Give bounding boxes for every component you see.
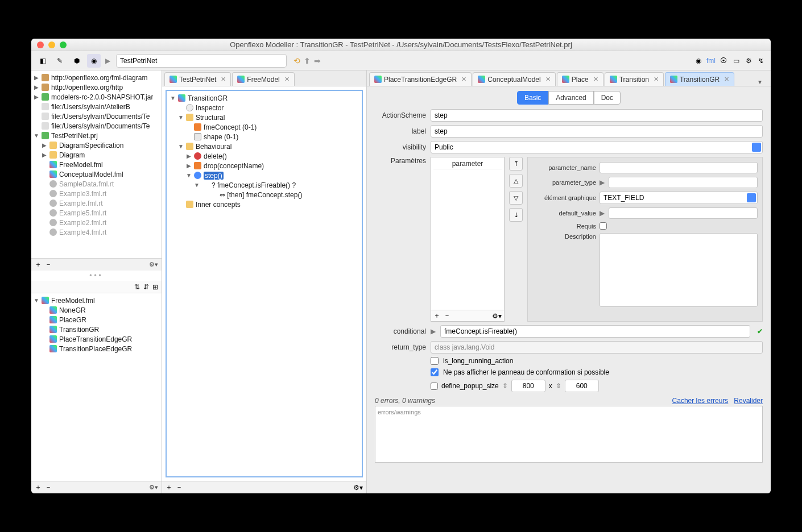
- param-add-icon[interactable]: ＋: [433, 311, 440, 321]
- action-scheme-input[interactable]: [431, 109, 763, 122]
- nav-back-icon[interactable]: ⟲: [293, 56, 300, 65]
- expand-type-icon[interactable]: ▶: [600, 178, 605, 186]
- add-icon[interactable]: ＋: [35, 483, 42, 492]
- editor-tab[interactable]: FreeModel✕: [232, 72, 294, 86]
- tree-row[interactable]: ConceptualModel.fml: [32, 169, 160, 179]
- tab-basic[interactable]: Basic: [517, 91, 548, 105]
- editor-tab[interactable]: TestPetriNet✕: [164, 72, 231, 86]
- tree-row[interactable]: fmeConcept (0-1): [169, 122, 359, 132]
- param-widget-select[interactable]: TEXT_FIELD: [600, 192, 758, 204]
- disclosure-icon[interactable]: ▼: [34, 297, 39, 304]
- remove-icon[interactable]: －: [45, 260, 52, 269]
- tree-row[interactable]: ▶http://openflexo.org/fml-diagram: [32, 73, 160, 82]
- tree-row[interactable]: ▶delete(): [169, 151, 359, 161]
- perspective-icon-2[interactable]: fml: [706, 56, 716, 66]
- move-up-icon[interactable]: △: [509, 174, 523, 188]
- tree-row[interactable]: FreeModel.fml: [32, 160, 160, 169]
- tree-row[interactable]: ▼? fmeConcept.isFireable() ?: [169, 180, 359, 190]
- tree-row[interactable]: file:/Users/sylvain/AtelierB: [32, 102, 160, 111]
- stepper-icon[interactable]: ⇕: [502, 382, 508, 390]
- concept-outline[interactable]: ▼TransitionGRInspector▼StructuralfmeConc…: [166, 90, 363, 477]
- tree-row[interactable]: ▶drop(conceptName): [169, 161, 359, 171]
- tree-row[interactable]: ▼Structural: [169, 113, 359, 122]
- close-tab-icon[interactable]: ✕: [221, 76, 226, 83]
- nav-forward-icon[interactable]: ➡: [314, 56, 321, 65]
- toolbar-icon-4[interactable]: ◉: [87, 54, 101, 68]
- add-icon[interactable]: ＋: [35, 260, 42, 269]
- tree-row[interactable]: file:/Users/sylvain/Documents/Te: [32, 111, 160, 121]
- tree-row[interactable]: file:/Users/sylvain/Documents/Te: [32, 121, 160, 131]
- disclosure-icon[interactable]: ▶: [42, 142, 47, 148]
- disclosure-icon[interactable]: ▼: [178, 143, 184, 149]
- close-tab-icon[interactable]: ✕: [724, 76, 729, 83]
- tree-row[interactable]: ▼FreeModel.fml: [32, 296, 160, 305]
- param-remove-icon[interactable]: －: [444, 311, 450, 321]
- tree-row[interactable]: ⇔ [then] fmeConcept.step(): [169, 190, 359, 200]
- hide-errors-link[interactable]: Cacher les erreurs: [672, 397, 729, 405]
- gear-icon[interactable]: ⚙▾: [149, 261, 158, 268]
- hierarchy-icon-1[interactable]: ⇅: [134, 283, 140, 291]
- close-tab-icon[interactable]: ✕: [593, 76, 598, 83]
- tree-row[interactable]: TransitionPlaceEdgeGR: [32, 344, 160, 354]
- disclosure-icon[interactable]: ▶: [34, 84, 39, 90]
- tab-advanced[interactable]: Advanced: [548, 91, 593, 105]
- perspective-icon-5[interactable]: ⚙: [743, 56, 754, 66]
- conditional-input[interactable]: [440, 325, 750, 338]
- revalidate-link[interactable]: Revalider: [734, 397, 763, 405]
- tree-row[interactable]: shape (0-1): [169, 132, 359, 142]
- param-name-input[interactable]: [600, 162, 758, 173]
- tree-row[interactable]: ▶modelers-rc-2.0.0-SNAPSHOT.jar: [32, 92, 160, 102]
- gear-icon[interactable]: ⚙▾: [492, 312, 502, 320]
- toolbar-icon-3[interactable]: ⬢: [70, 54, 84, 68]
- editor-tab[interactable]: TransitionGR✕: [665, 72, 734, 86]
- tree-row[interactable]: Example3.fml.rt: [32, 189, 160, 198]
- tree-row[interactable]: ▼TestPetriNet.prj: [32, 131, 160, 140]
- tree-row[interactable]: ▼step(): [169, 171, 359, 180]
- gear-icon[interactable]: ⚙▾: [353, 484, 363, 492]
- move-bottom-icon[interactable]: ⤓: [509, 208, 523, 222]
- tree-row[interactable]: ▶Diagram: [32, 150, 160, 160]
- disclosure-icon[interactable]: ▼: [34, 132, 39, 139]
- toolbar-icon-2[interactable]: ✎: [53, 54, 67, 68]
- tree-row[interactable]: Example4.fml.rt: [32, 227, 160, 237]
- tree-row[interactable]: Example.fml.rt: [32, 198, 160, 208]
- perspective-icon-1[interactable]: ◉: [693, 56, 704, 66]
- gear-icon[interactable]: ⚙▾: [149, 484, 158, 491]
- define-popup-checkbox[interactable]: [431, 383, 438, 390]
- tree-row[interactable]: ▶http://openflexo.org/http: [32, 82, 160, 92]
- popup-width-input[interactable]: [511, 380, 545, 392]
- close-tab-icon[interactable]: ✕: [654, 76, 659, 83]
- collapse-icon[interactable]: －: [176, 483, 183, 492]
- model-browser[interactable]: ▼FreeModel.fmlNoneGRPlaceGRTransitionGRP…: [31, 293, 162, 481]
- tree-row[interactable]: Example2.fml.rt: [32, 218, 160, 227]
- close-tab-icon[interactable]: ✕: [461, 76, 466, 83]
- close-tab-icon[interactable]: ✕: [284, 76, 290, 83]
- tree-row[interactable]: Example5.fml.rt: [32, 208, 160, 218]
- zoom-window-icon[interactable]: [60, 41, 67, 48]
- project-browser[interactable]: ▶http://openflexo.org/fml-diagram▶http:/…: [31, 70, 162, 258]
- perspective-icon-4[interactable]: ▭: [731, 56, 741, 66]
- move-top-icon[interactable]: ⤒: [509, 157, 523, 171]
- disclosure-icon[interactable]: ▼: [170, 95, 176, 101]
- disclosure-icon[interactable]: ▼: [178, 114, 184, 120]
- hide-panel-checkbox[interactable]: [431, 368, 439, 376]
- hierarchy-icon-3[interactable]: ⊞: [152, 283, 158, 291]
- tree-row[interactable]: Inner concepts: [169, 200, 359, 209]
- close-tab-icon[interactable]: ✕: [545, 76, 551, 83]
- close-window-icon[interactable]: [37, 41, 44, 48]
- tree-row[interactable]: NoneGR: [32, 305, 160, 315]
- param-default-input[interactable]: [609, 207, 758, 219]
- disclosure-icon[interactable]: ▶: [34, 94, 39, 100]
- editor-tab[interactable]: PlaceTransitionEdgeGR✕: [369, 72, 472, 86]
- perspective-icon-3[interactable]: ⦿: [718, 56, 729, 66]
- tree-row[interactable]: ▼TransitionGR: [169, 93, 359, 103]
- disclosure-icon[interactable]: ▼: [194, 182, 200, 188]
- toolbar-icon-1[interactable]: ◧: [36, 54, 49, 68]
- tree-row[interactable]: PlaceGR: [32, 315, 160, 325]
- expand-default-icon[interactable]: ▶: [600, 209, 605, 217]
- breadcrumb-input[interactable]: TestPetriNet: [116, 54, 287, 68]
- stepper-icon[interactable]: ⇕: [556, 382, 561, 390]
- move-down-icon[interactable]: ▽: [509, 191, 523, 205]
- expand-conditional-icon[interactable]: ▶: [431, 327, 436, 335]
- tree-row[interactable]: SampleData.fml.rt: [32, 179, 160, 189]
